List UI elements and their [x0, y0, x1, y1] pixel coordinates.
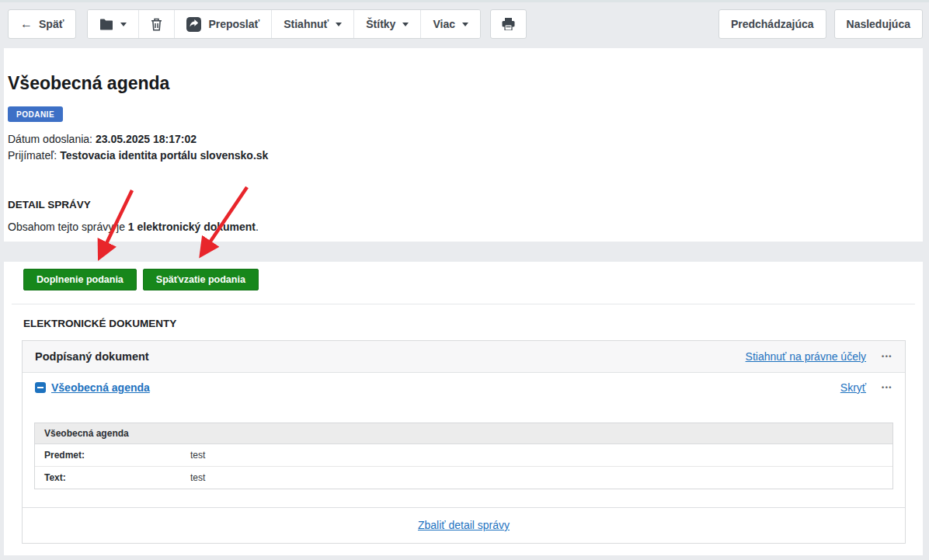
next-message-label: Nasledujúca	[847, 18, 910, 30]
collapse-minus-icon	[35, 382, 46, 393]
download-legal-link[interactable]: Stiahnuť na právne účely	[746, 350, 866, 363]
caret-down-icon	[462, 23, 468, 26]
previous-message-button[interactable]: Predchádzajúca	[718, 9, 826, 39]
more-button[interactable]: Viac	[420, 10, 480, 38]
message-detail-heading: DETAIL SPRÁVY	[8, 199, 911, 210]
document-detail-table: Všeobecná agenda Predmet: test Text: tes…	[34, 423, 893, 489]
caret-down-icon	[336, 23, 342, 26]
message-header-panel: Všeobecná agenda PODANIE Dátum odoslania…	[4, 48, 923, 242]
more-button-label: Viac	[433, 18, 455, 30]
signed-document-header: Podpísaný dokument Stiahnuť na právne úč…	[23, 341, 905, 373]
message-detail-panel: Doplnenie podania Späťvzatie podania ELE…	[4, 262, 923, 555]
document-menu-icon[interactable]: •••	[882, 352, 892, 362]
printer-icon	[502, 18, 515, 30]
delete-button[interactable]	[138, 10, 174, 38]
message-content-line: Obsahom tejto správy je 1 elektronický d…	[8, 221, 911, 233]
recipient-label: Prijímateľ:	[8, 149, 57, 162]
document-row-menu-icon[interactable]: •••	[882, 383, 892, 393]
forward-button-label: Preposlať	[208, 18, 259, 30]
content-text-prefix: Obsahom tejto správy je	[8, 221, 128, 233]
row-label: Predmet:	[44, 450, 190, 461]
message-meta: Dátum odoslania:23.05.2025 18:17:02 Prij…	[8, 131, 911, 164]
detail-table-header: Všeobecná agenda	[35, 423, 892, 444]
row-value: test	[190, 472, 205, 483]
sent-date-value: 23.05.2025 18:17:02	[96, 133, 197, 145]
forward-icon	[186, 17, 201, 32]
next-message-button[interactable]: Nasledujúca	[834, 9, 923, 39]
move-to-folder-button[interactable]	[88, 10, 138, 38]
tags-button[interactable]: Štítky	[353, 10, 420, 38]
download-button-label: Stiahnuť	[284, 18, 329, 30]
submission-actions: Doplnenie podania Späťvzatie podania	[4, 262, 923, 290]
section-divider	[12, 304, 915, 304]
collapse-row: Zbaliť detail správy	[23, 508, 905, 543]
trash-icon	[151, 18, 162, 31]
page-title: Všeobecná agenda	[8, 73, 911, 94]
back-arrow-icon: ←	[20, 18, 33, 30]
row-label: Text:	[44, 472, 190, 483]
supplement-submission-button[interactable]: Doplnenie podania	[23, 269, 137, 290]
content-text-suffix: .	[256, 221, 259, 233]
document-row: Všeobecná agenda Skryť •••	[23, 373, 905, 402]
row-value: test	[190, 450, 205, 461]
print-button[interactable]	[490, 9, 527, 39]
hide-document-link[interactable]: Skryť	[840, 381, 866, 394]
content-text-bold: 1 elektronický dokument	[128, 221, 256, 233]
previous-message-label: Predchádzajúca	[731, 18, 814, 30]
forward-button[interactable]: Preposlať	[174, 10, 271, 38]
electronic-documents-heading: ELEKTRONICKÉ DOKUMENTY	[23, 318, 923, 329]
document-title-link[interactable]: Všeobecná agenda	[35, 381, 150, 394]
toolbar: ← Späť Preposlať Stiahnuť Štítky	[0, 2, 929, 39]
message-navigation: Predchádzajúca Nasledujúca	[718, 9, 923, 39]
sent-date-line: Dátum odoslania:23.05.2025 18:17:02	[8, 131, 911, 148]
documents-box: Podpísaný dokument Stiahnuť na právne úč…	[22, 340, 906, 544]
signed-document-title: Podpísaný dokument	[35, 350, 149, 363]
download-button[interactable]: Stiahnuť	[271, 10, 353, 38]
recipient-value: Testovacia identita portálu slovensko.sk	[60, 149, 268, 162]
collapse-detail-link[interactable]: Zbaliť detail správy	[418, 519, 510, 531]
table-row: Predmet: test	[35, 444, 892, 466]
sent-date-label: Dátum odoslania:	[8, 133, 92, 145]
tags-button-label: Štítky	[366, 18, 395, 30]
message-type-badge: PODANIE	[8, 106, 63, 122]
toolbar-group: Preposlať Stiahnuť Štítky Viac	[87, 9, 481, 39]
back-button[interactable]: ← Späť	[8, 9, 76, 39]
caret-down-icon	[120, 23, 127, 26]
recipient-line: Prijímateľ:Testovacia identita portálu s…	[8, 148, 911, 164]
folder-icon	[99, 19, 113, 30]
withdraw-submission-button[interactable]: Späťvzatie podania	[143, 269, 259, 290]
caret-down-icon	[402, 23, 409, 26]
document-title-text: Všeobecná agenda	[51, 381, 150, 394]
back-button-label: Späť	[39, 18, 64, 30]
table-row: Text: test	[35, 466, 892, 489]
